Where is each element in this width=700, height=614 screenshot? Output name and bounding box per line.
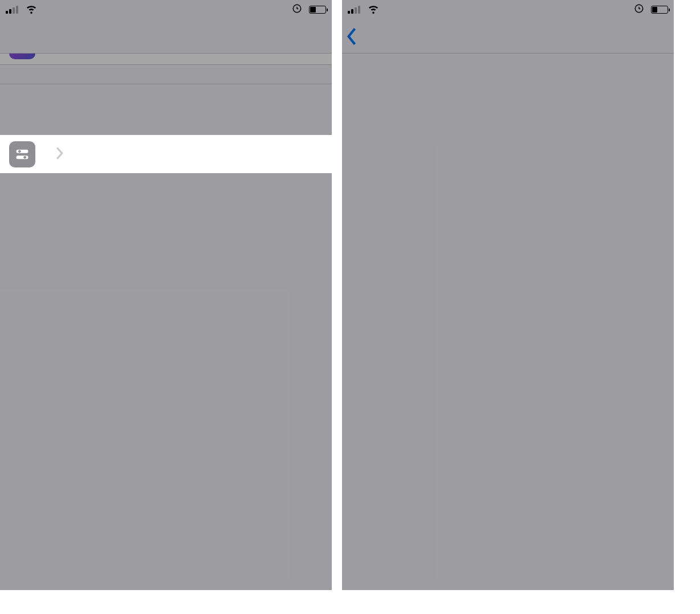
- battery-icon: [651, 6, 668, 14]
- back-button[interactable]: [347, 28, 359, 45]
- right-phone: [342, 0, 674, 590]
- status-bar: [342, 0, 674, 19]
- dim-overlay: [342, 0, 674, 590]
- battery-icon: [309, 6, 326, 14]
- wifi-icon: [367, 2, 380, 18]
- left-phone: [0, 0, 332, 590]
- chevron-right-icon: [56, 147, 64, 162]
- nav-bar: [0, 19, 332, 54]
- svg-rect-1: [17, 149, 29, 153]
- highlighted-control-centre-row[interactable]: [0, 135, 332, 173]
- signal-icon: [348, 6, 360, 14]
- control-centre-icon: [9, 141, 35, 167]
- group-gap: [0, 65, 332, 84]
- nav-bar: [342, 19, 674, 54]
- svg-point-4: [23, 155, 26, 158]
- status-bar: [0, 0, 332, 19]
- svg-rect-3: [17, 155, 29, 159]
- signal-icon: [6, 6, 18, 14]
- dim-overlay: [0, 0, 332, 590]
- lock-rotation-icon: [634, 3, 644, 17]
- svg-point-2: [18, 150, 21, 153]
- wifi-icon: [25, 2, 38, 18]
- lock-rotation-icon: [292, 3, 302, 17]
- partial-prev-row[interactable]: [0, 54, 332, 65]
